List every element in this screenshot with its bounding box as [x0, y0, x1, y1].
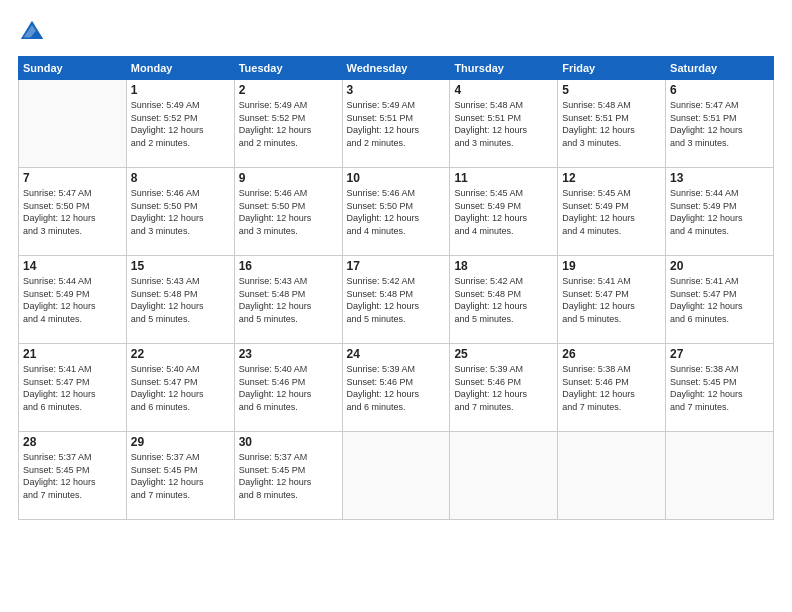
calendar-week-4: 21Sunrise: 5:41 AM Sunset: 5:47 PM Dayli…: [19, 344, 774, 432]
calendar-cell: 9Sunrise: 5:46 AM Sunset: 5:50 PM Daylig…: [234, 168, 342, 256]
day-number: 26: [562, 347, 661, 361]
calendar-cell: [666, 432, 774, 520]
calendar-cell: 25Sunrise: 5:39 AM Sunset: 5:46 PM Dayli…: [450, 344, 558, 432]
day-info: Sunrise: 5:37 AM Sunset: 5:45 PM Dayligh…: [23, 451, 122, 501]
day-info: Sunrise: 5:41 AM Sunset: 5:47 PM Dayligh…: [562, 275, 661, 325]
day-info: Sunrise: 5:48 AM Sunset: 5:51 PM Dayligh…: [562, 99, 661, 149]
day-info: Sunrise: 5:37 AM Sunset: 5:45 PM Dayligh…: [131, 451, 230, 501]
calendar-cell: 4Sunrise: 5:48 AM Sunset: 5:51 PM Daylig…: [450, 80, 558, 168]
calendar-cell: 1Sunrise: 5:49 AM Sunset: 5:52 PM Daylig…: [126, 80, 234, 168]
calendar-week-3: 14Sunrise: 5:44 AM Sunset: 5:49 PM Dayli…: [19, 256, 774, 344]
day-number: 1: [131, 83, 230, 97]
weekday-header-wednesday: Wednesday: [342, 57, 450, 80]
day-info: Sunrise: 5:49 AM Sunset: 5:52 PM Dayligh…: [239, 99, 338, 149]
day-info: Sunrise: 5:46 AM Sunset: 5:50 PM Dayligh…: [131, 187, 230, 237]
weekday-header-monday: Monday: [126, 57, 234, 80]
day-info: Sunrise: 5:44 AM Sunset: 5:49 PM Dayligh…: [670, 187, 769, 237]
day-number: 2: [239, 83, 338, 97]
day-number: 14: [23, 259, 122, 273]
day-number: 4: [454, 83, 553, 97]
day-info: Sunrise: 5:47 AM Sunset: 5:50 PM Dayligh…: [23, 187, 122, 237]
day-number: 21: [23, 347, 122, 361]
day-info: Sunrise: 5:44 AM Sunset: 5:49 PM Dayligh…: [23, 275, 122, 325]
day-number: 23: [239, 347, 338, 361]
day-number: 29: [131, 435, 230, 449]
day-number: 8: [131, 171, 230, 185]
day-info: Sunrise: 5:43 AM Sunset: 5:48 PM Dayligh…: [131, 275, 230, 325]
day-number: 22: [131, 347, 230, 361]
calendar-cell: 8Sunrise: 5:46 AM Sunset: 5:50 PM Daylig…: [126, 168, 234, 256]
calendar-cell: 29Sunrise: 5:37 AM Sunset: 5:45 PM Dayli…: [126, 432, 234, 520]
calendar-cell: [558, 432, 666, 520]
day-number: 18: [454, 259, 553, 273]
calendar-cell: 7Sunrise: 5:47 AM Sunset: 5:50 PM Daylig…: [19, 168, 127, 256]
calendar-cell: 13Sunrise: 5:44 AM Sunset: 5:49 PM Dayli…: [666, 168, 774, 256]
calendar-cell: 5Sunrise: 5:48 AM Sunset: 5:51 PM Daylig…: [558, 80, 666, 168]
calendar-cell: 21Sunrise: 5:41 AM Sunset: 5:47 PM Dayli…: [19, 344, 127, 432]
calendar-week-1: 1Sunrise: 5:49 AM Sunset: 5:52 PM Daylig…: [19, 80, 774, 168]
day-info: Sunrise: 5:46 AM Sunset: 5:50 PM Dayligh…: [347, 187, 446, 237]
day-number: 11: [454, 171, 553, 185]
day-info: Sunrise: 5:43 AM Sunset: 5:48 PM Dayligh…: [239, 275, 338, 325]
day-info: Sunrise: 5:41 AM Sunset: 5:47 PM Dayligh…: [23, 363, 122, 413]
calendar-cell: 16Sunrise: 5:43 AM Sunset: 5:48 PM Dayli…: [234, 256, 342, 344]
day-number: 28: [23, 435, 122, 449]
day-info: Sunrise: 5:37 AM Sunset: 5:45 PM Dayligh…: [239, 451, 338, 501]
day-number: 9: [239, 171, 338, 185]
logo-icon: [18, 18, 46, 46]
day-number: 5: [562, 83, 661, 97]
calendar-cell: 30Sunrise: 5:37 AM Sunset: 5:45 PM Dayli…: [234, 432, 342, 520]
calendar-cell: 20Sunrise: 5:41 AM Sunset: 5:47 PM Dayli…: [666, 256, 774, 344]
calendar-cell: 19Sunrise: 5:41 AM Sunset: 5:47 PM Dayli…: [558, 256, 666, 344]
day-number: 27: [670, 347, 769, 361]
day-number: 13: [670, 171, 769, 185]
day-number: 3: [347, 83, 446, 97]
day-number: 25: [454, 347, 553, 361]
day-number: 7: [23, 171, 122, 185]
day-number: 24: [347, 347, 446, 361]
weekday-header-saturday: Saturday: [666, 57, 774, 80]
calendar-cell: [19, 80, 127, 168]
day-info: Sunrise: 5:47 AM Sunset: 5:51 PM Dayligh…: [670, 99, 769, 149]
day-info: Sunrise: 5:41 AM Sunset: 5:47 PM Dayligh…: [670, 275, 769, 325]
calendar-cell: 2Sunrise: 5:49 AM Sunset: 5:52 PM Daylig…: [234, 80, 342, 168]
calendar-cell: 6Sunrise: 5:47 AM Sunset: 5:51 PM Daylig…: [666, 80, 774, 168]
logo: [18, 18, 50, 46]
calendar-cell: 3Sunrise: 5:49 AM Sunset: 5:51 PM Daylig…: [342, 80, 450, 168]
calendar-table: SundayMondayTuesdayWednesdayThursdayFrid…: [18, 56, 774, 520]
day-number: 10: [347, 171, 446, 185]
calendar-cell: 12Sunrise: 5:45 AM Sunset: 5:49 PM Dayli…: [558, 168, 666, 256]
day-number: 15: [131, 259, 230, 273]
day-number: 17: [347, 259, 446, 273]
calendar-cell: [342, 432, 450, 520]
day-info: Sunrise: 5:45 AM Sunset: 5:49 PM Dayligh…: [562, 187, 661, 237]
day-info: Sunrise: 5:40 AM Sunset: 5:46 PM Dayligh…: [239, 363, 338, 413]
day-number: 19: [562, 259, 661, 273]
day-info: Sunrise: 5:49 AM Sunset: 5:52 PM Dayligh…: [131, 99, 230, 149]
calendar-cell: 18Sunrise: 5:42 AM Sunset: 5:48 PM Dayli…: [450, 256, 558, 344]
calendar-cell: 10Sunrise: 5:46 AM Sunset: 5:50 PM Dayli…: [342, 168, 450, 256]
day-info: Sunrise: 5:39 AM Sunset: 5:46 PM Dayligh…: [347, 363, 446, 413]
weekday-header-row: SundayMondayTuesdayWednesdayThursdayFrid…: [19, 57, 774, 80]
calendar-cell: 27Sunrise: 5:38 AM Sunset: 5:45 PM Dayli…: [666, 344, 774, 432]
day-number: 20: [670, 259, 769, 273]
calendar-cell: [450, 432, 558, 520]
day-info: Sunrise: 5:38 AM Sunset: 5:46 PM Dayligh…: [562, 363, 661, 413]
day-info: Sunrise: 5:48 AM Sunset: 5:51 PM Dayligh…: [454, 99, 553, 149]
calendar-week-5: 28Sunrise: 5:37 AM Sunset: 5:45 PM Dayli…: [19, 432, 774, 520]
calendar-cell: 15Sunrise: 5:43 AM Sunset: 5:48 PM Dayli…: [126, 256, 234, 344]
day-number: 16: [239, 259, 338, 273]
calendar-cell: 26Sunrise: 5:38 AM Sunset: 5:46 PM Dayli…: [558, 344, 666, 432]
day-info: Sunrise: 5:39 AM Sunset: 5:46 PM Dayligh…: [454, 363, 553, 413]
page: SundayMondayTuesdayWednesdayThursdayFrid…: [0, 0, 792, 612]
day-number: 12: [562, 171, 661, 185]
day-info: Sunrise: 5:38 AM Sunset: 5:45 PM Dayligh…: [670, 363, 769, 413]
calendar-cell: 22Sunrise: 5:40 AM Sunset: 5:47 PM Dayli…: [126, 344, 234, 432]
day-info: Sunrise: 5:49 AM Sunset: 5:51 PM Dayligh…: [347, 99, 446, 149]
day-number: 6: [670, 83, 769, 97]
day-info: Sunrise: 5:45 AM Sunset: 5:49 PM Dayligh…: [454, 187, 553, 237]
day-info: Sunrise: 5:42 AM Sunset: 5:48 PM Dayligh…: [347, 275, 446, 325]
weekday-header-thursday: Thursday: [450, 57, 558, 80]
calendar-cell: 11Sunrise: 5:45 AM Sunset: 5:49 PM Dayli…: [450, 168, 558, 256]
weekday-header-tuesday: Tuesday: [234, 57, 342, 80]
